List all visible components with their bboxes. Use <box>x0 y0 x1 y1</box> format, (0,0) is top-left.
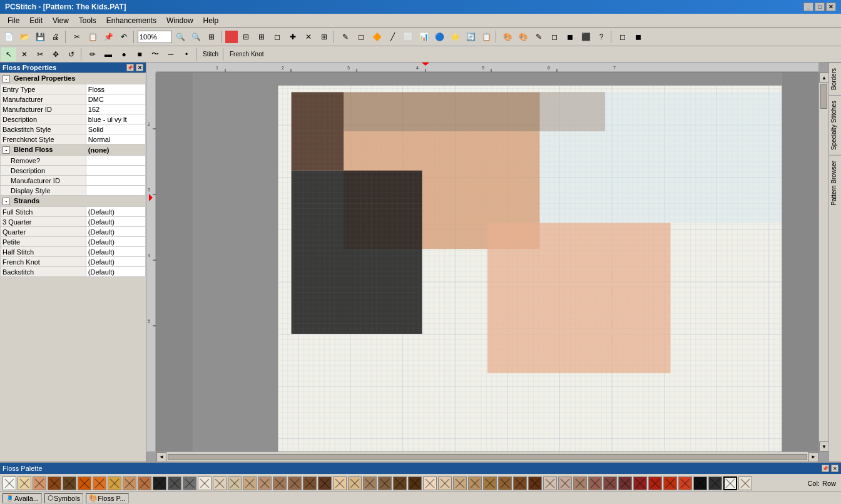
swatch-27[interactable] <box>408 476 422 490</box>
palette-pin-button[interactable]: 📌 <box>822 465 829 472</box>
close-pattern-button[interactable]: ✕ <box>301 30 316 44</box>
symbols-tab[interactable]: ⬡ Symbols <box>44 493 83 503</box>
cross-button[interactable]: ✚ <box>285 30 300 44</box>
rotate-tool[interactable]: ↺ <box>64 48 79 61</box>
print-button[interactable]: 🖨 <box>48 30 63 44</box>
open-button[interactable]: 📂 <box>17 30 32 44</box>
maximize-button[interactable]: □ <box>815 3 825 11</box>
swatch-5[interactable] <box>78 476 91 490</box>
dot-tool[interactable]: • <box>179 48 194 61</box>
tool-ext2[interactable]: ◼ <box>631 30 646 44</box>
horizontal-scrollbar[interactable]: ◄ ► <box>156 451 818 461</box>
help-button[interactable]: ? <box>594 30 609 44</box>
stitch-tool[interactable]: ✎ <box>338 30 353 44</box>
minimize-button[interactable]: _ <box>803 3 813 11</box>
palette-tool1[interactable]: 🎨 <box>500 30 515 44</box>
swatch-47[interactable] <box>708 476 722 490</box>
save-button[interactable]: 💾 <box>33 30 48 44</box>
swatch-43[interactable] <box>648 476 662 490</box>
grid-toggle[interactable]: ⊞ <box>317 30 332 44</box>
swatch-10[interactable] <box>153 476 166 490</box>
swatch-44[interactable] <box>663 476 677 490</box>
swatch-19[interactable] <box>288 476 302 490</box>
swatch-48[interactable] <box>723 476 737 490</box>
swatch-0[interactable] <box>3 476 16 490</box>
scroll-up-button[interactable]: ▲ <box>819 73 828 83</box>
swatch-8[interactable] <box>123 476 136 490</box>
swatch-17[interactable] <box>258 476 272 490</box>
scroll-left-button[interactable]: ◄ <box>156 452 166 462</box>
blend-toggle[interactable]: - <box>3 146 10 154</box>
scroll-right-button[interactable]: ► <box>808 452 818 462</box>
swatch-13[interactable] <box>198 476 212 490</box>
palette-close-button[interactable]: ✕ <box>831 465 838 472</box>
swatch-28[interactable] <box>423 476 437 490</box>
scroll-thumb[interactable] <box>820 84 827 109</box>
swatch-37[interactable] <box>558 476 572 490</box>
line-tool[interactable]: ╱ <box>385 30 400 44</box>
swatch-38[interactable] <box>573 476 587 490</box>
strands-toggle[interactable]: - <box>3 198 10 205</box>
menu-view[interactable]: View <box>48 15 74 26</box>
report-tool[interactable]: 📋 <box>479 30 494 44</box>
swatch-39[interactable] <box>588 476 602 490</box>
h-scroll-thumb[interactable] <box>168 454 807 460</box>
swatch-32[interactable] <box>483 476 497 490</box>
grid-button[interactable]: ⊟ <box>238 30 253 44</box>
swatch-41[interactable] <box>618 476 632 490</box>
menu-window[interactable]: Window <box>161 15 198 26</box>
swatch-26[interactable] <box>393 476 407 490</box>
swatch-22[interactable] <box>333 476 347 490</box>
zoom-input[interactable]: 100% <box>138 31 172 43</box>
palette-tool6[interactable]: ⬛ <box>578 30 593 44</box>
close-button[interactable]: ✕ <box>826 3 836 11</box>
swatch-21[interactable] <box>318 476 332 490</box>
swatch-9[interactable] <box>138 476 151 490</box>
swatch-23[interactable] <box>348 476 362 490</box>
swatch-7[interactable] <box>108 476 121 490</box>
vertical-scrollbar[interactable]: ▲ ▼ <box>818 73 828 451</box>
swatch-3[interactable] <box>48 476 61 490</box>
specialty-stitches-tab[interactable]: Specialty Stitches <box>829 95 841 155</box>
panel-close-button[interactable]: ✕ <box>136 64 143 71</box>
available-tab[interactable]: 🧵 Availa... <box>3 493 42 503</box>
pattern-browser-tab[interactable]: Pattern Browser <box>829 155 841 211</box>
new-button[interactable]: 📄 <box>1 30 16 44</box>
dash-tool[interactable]: ─ <box>163 48 178 61</box>
swatch-18[interactable] <box>273 476 287 490</box>
palette-tool3[interactable]: ✎ <box>531 30 546 44</box>
swatch-49[interactable] <box>738 476 752 490</box>
swatch-11[interactable] <box>168 476 181 490</box>
swatch-31[interactable] <box>468 476 482 490</box>
swatch-29[interactable] <box>438 476 452 490</box>
convert-tool[interactable]: 🔄 <box>463 30 478 44</box>
symbol-button[interactable]: ◻ <box>270 30 285 44</box>
swatch-1[interactable] <box>18 476 31 490</box>
palette-tool2[interactable]: 🎨 <box>516 30 531 44</box>
swatch-36[interactable] <box>543 476 557 490</box>
swatch-4[interactable] <box>63 476 76 490</box>
tool-ext1[interactable]: ◻ <box>615 30 630 44</box>
borders-tab[interactable]: Borders <box>829 63 841 95</box>
pattern-viewport[interactable] <box>156 73 818 451</box>
menu-enhancements[interactable]: Enhancements <box>101 15 161 26</box>
fill-tool[interactable]: 🔶 <box>369 30 384 44</box>
eraser-tool[interactable]: ◻ <box>354 30 369 44</box>
wave-tool[interactable]: 〜 <box>148 48 163 61</box>
menu-edit[interactable]: Edit <box>24 15 48 26</box>
swatch-33[interactable] <box>498 476 512 490</box>
menu-help[interactable]: Help <box>198 15 224 26</box>
cut-button[interactable]: ✂ <box>69 30 84 44</box>
color-picker[interactable] <box>225 31 238 43</box>
thread-tool[interactable]: 🔵 <box>432 30 447 44</box>
cross-draw[interactable]: ✕ <box>17 48 32 61</box>
swatch-35[interactable] <box>528 476 542 490</box>
pointer-tool[interactable]: ↖ <box>1 48 16 61</box>
rect-tool[interactable]: ■ <box>132 48 147 61</box>
zoom-in-button[interactable]: 🔍 <box>173 30 188 44</box>
palette-tool4[interactable]: ◻ <box>547 30 562 44</box>
general-toggle[interactable]: - <box>3 75 10 83</box>
pencil-tool[interactable]: ✏ <box>85 48 100 61</box>
swatch-15[interactable] <box>228 476 242 490</box>
circle-tool[interactable]: ● <box>116 48 131 61</box>
